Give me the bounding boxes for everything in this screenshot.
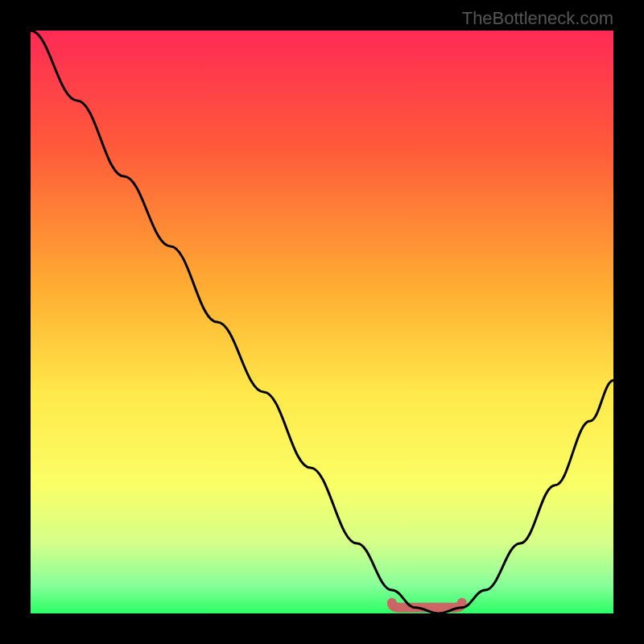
chart-svg	[31, 31, 613, 613]
plot-area	[31, 31, 613, 613]
bottleneck-chart: TheBottleneck.com	[0, 0, 644, 644]
gradient-background	[31, 31, 613, 613]
attribution-watermark: TheBottleneck.com	[462, 8, 613, 29]
sweet-spot-marker	[392, 603, 462, 608]
